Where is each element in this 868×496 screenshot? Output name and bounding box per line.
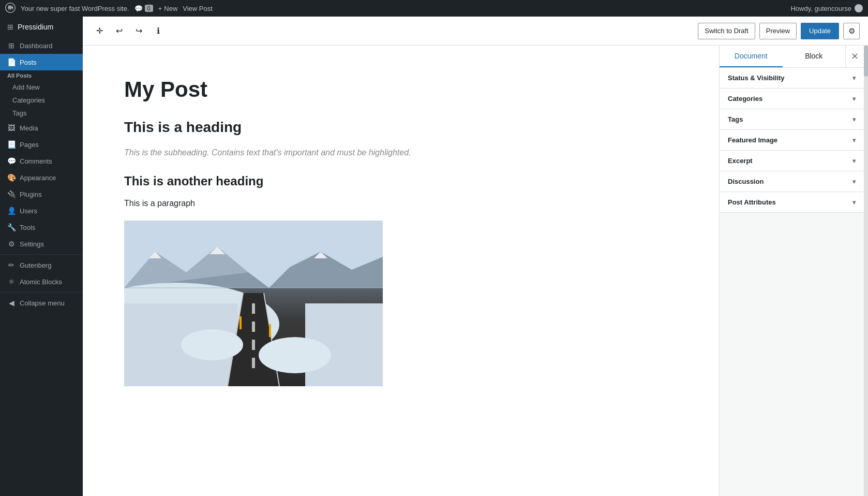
toolbar-right: Switch to Draft Preview Update ⚙ [698, 23, 860, 39]
section-post-attributes: Post Attributes ▾ [720, 192, 864, 213]
section-header-status-visibility[interactable]: Status & Visibility ▾ [720, 68, 864, 88]
plugins-icon: 🔌 [7, 190, 16, 198]
sidebar-sub-tags[interactable]: Tags [0, 107, 83, 120]
posts-icon: 📄 [7, 58, 16, 66]
sidebar-item-plugins[interactable]: 🔌 Plugins [0, 186, 83, 202]
undo-button[interactable]: ↩ [111, 23, 127, 39]
info-icon: ℹ [157, 26, 160, 36]
wordpress-icon[interactable] [5, 3, 16, 14]
settings-gear-button[interactable]: ⚙ [843, 23, 860, 39]
new-link[interactable]: + New [158, 5, 178, 12]
sidebar-label-gutenberg: Gutenberg [20, 261, 51, 269]
chevron-down-icon-2: ▾ [852, 95, 856, 103]
sidebar-brand[interactable]: ⊞ Pressidium [0, 17, 83, 37]
chevron-down-icon: ▾ [852, 75, 856, 82]
sidebar-item-settings[interactable]: ⚙ Settings [0, 236, 83, 252]
section-label-excerpt: Excerpt [728, 157, 753, 165]
editor-content[interactable]: My Post This is a heading This is the su… [83, 46, 719, 496]
section-header-discussion[interactable]: Discussion ▾ [720, 171, 864, 192]
section-header-categories[interactable]: Categories ▾ [720, 89, 864, 109]
svg-rect-11 [252, 322, 255, 332]
sidebar-sub-categories[interactable]: Categories [0, 94, 83, 107]
add-block-button[interactable]: ✛ [91, 23, 108, 39]
sidebar-label-comments: Comments [20, 157, 52, 165]
brand-name: Pressidium [18, 23, 53, 31]
svg-point-16 [181, 329, 243, 360]
sidebar-item-tools[interactable]: 🔧 Tools [0, 219, 83, 236]
block-image[interactable] [124, 221, 383, 386]
sidebar-item-posts[interactable]: 📄 Posts [0, 54, 83, 70]
comments-icon: 💬 [7, 157, 16, 165]
sidebar-item-comments[interactable]: 💬 Comments [0, 153, 83, 169]
sidebar-label-atomic-blocks: Atomic Blocks [20, 278, 62, 286]
panel-body: Status & Visibility ▾ Categories ▾ [720, 68, 864, 496]
chevron-down-icon-4: ▾ [852, 137, 856, 144]
comment-count: 0 [145, 5, 153, 12]
sidebar-label-tools: Tools [20, 224, 35, 231]
section-header-featured-image[interactable]: Featured Image ▾ [720, 130, 864, 150]
atomic-blocks-icon: ⚛ [7, 278, 16, 286]
sidebar-divider-2 [0, 292, 83, 293]
media-icon: 🖼 [7, 124, 16, 132]
chevron-down-icon-6: ▾ [852, 178, 856, 185]
sidebar-item-appearance[interactable]: 🎨 Appearance [0, 169, 83, 186]
right-panel: Document Block ✕ Status & Vi [719, 46, 864, 496]
settings-icon: ⚙ [7, 240, 16, 248]
sidebar-item-gutenberg[interactable]: ✏ Gutenberg [0, 257, 83, 273]
redo-button[interactable]: ↪ [130, 23, 147, 39]
block-paragraph[interactable]: This is a paragraph [124, 197, 678, 210]
tab-block[interactable]: Block [783, 46, 846, 67]
post-title[interactable]: My Post [124, 77, 678, 103]
sidebar-item-atomic-blocks[interactable]: ⚛ Atomic Blocks [0, 273, 83, 290]
sidebar-label-media: Media [20, 124, 38, 132]
section-label-tags: Tags [728, 115, 743, 123]
chevron-down-icon-3: ▾ [852, 116, 856, 123]
section-featured-image: Featured Image ▾ [720, 130, 864, 151]
undo-icon: ↩ [116, 26, 123, 36]
sidebar-item-media[interactable]: 🖼 Media [0, 120, 83, 136]
block-subheading[interactable]: This is the subheading. Contains text th… [124, 146, 678, 159]
section-discussion: Discussion ▾ [720, 171, 864, 192]
sidebar-item-users[interactable]: 👤 Users [0, 202, 83, 219]
toolbar-left: ✛ ↩ ↪ ℹ [91, 23, 167, 39]
preview-button[interactable]: Preview [759, 23, 797, 39]
section-label-featured-image: Featured Image [728, 136, 777, 144]
section-header-tags[interactable]: Tags ▾ [720, 109, 864, 129]
close-icon: ✕ [851, 51, 859, 62]
section-label-post-attributes: Post Attributes [728, 198, 776, 206]
panel-scrollbar-thumb[interactable] [864, 46, 868, 77]
chevron-down-icon-7: ▾ [852, 199, 856, 206]
chevron-down-icon-5: ▾ [852, 157, 856, 165]
block-heading-1[interactable]: This is a heading [124, 119, 678, 136]
sidebar-item-dashboard[interactable]: ⊞ Dashboard [0, 37, 83, 54]
sidebar-item-pages[interactable]: 📃 Pages [0, 136, 83, 153]
svg-point-17 [259, 337, 331, 373]
section-header-post-attributes[interactable]: Post Attributes ▾ [720, 192, 864, 212]
block-heading-2[interactable]: This is another heading [124, 174, 678, 188]
switch-to-draft-button[interactable]: Switch to Draft [698, 23, 755, 39]
avatar[interactable] [855, 4, 863, 12]
redo-icon: ↪ [136, 26, 142, 36]
section-label-status: Status & Visibility [728, 74, 785, 82]
view-post-link[interactable]: View Post [183, 5, 213, 12]
admin-bar-left: Your new super fast WordPress site. 💬 0 … [5, 3, 784, 14]
sidebar-label-pages: Pages [20, 141, 39, 149]
sidebar-label-collapse: Collapse menu [20, 299, 65, 307]
sidebar-item-collapse[interactable]: ◀ Collapse menu [0, 295, 83, 311]
panel-scrollbar[interactable] [864, 46, 868, 496]
pages-icon: 📃 [7, 140, 16, 149]
comments-link[interactable]: 💬 0 [134, 5, 153, 12]
sidebar-sub-add-new[interactable]: Add New [0, 81, 83, 94]
section-label-categories: Categories [728, 95, 762, 103]
tab-document[interactable]: Document [720, 46, 783, 67]
all-posts-label[interactable]: All Posts [0, 70, 83, 81]
collapse-icon: ◀ [7, 299, 16, 307]
admin-bar-right: Howdy, gutencourse [790, 4, 863, 12]
info-button[interactable]: ℹ [150, 23, 167, 39]
update-button[interactable]: Update [801, 23, 839, 39]
panel-close-button[interactable]: ✕ [845, 46, 864, 67]
site-name[interactable]: Your new super fast WordPress site. [21, 5, 129, 12]
section-label-discussion: Discussion [728, 178, 764, 185]
section-header-excerpt[interactable]: Excerpt ▾ [720, 151, 864, 171]
section-excerpt: Excerpt ▾ [720, 151, 864, 171]
